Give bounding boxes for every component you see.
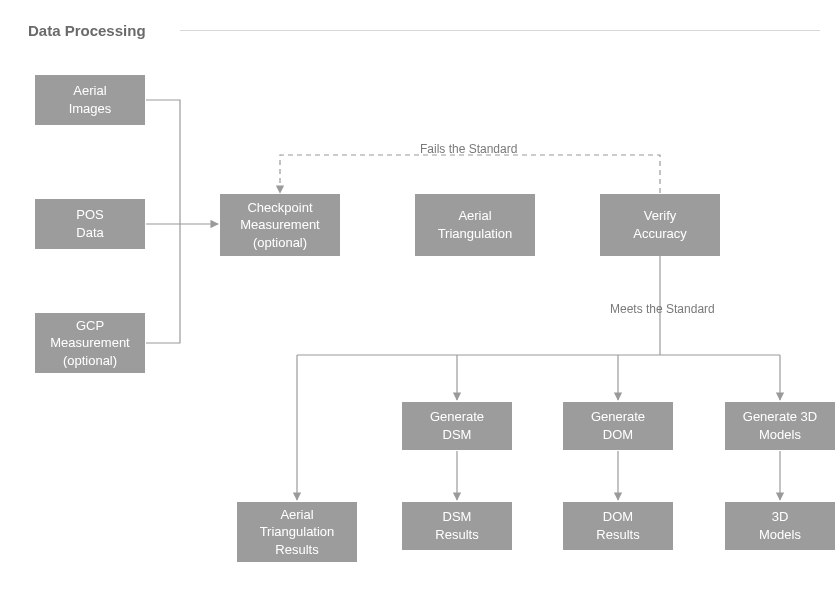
label-fails-standard: Fails the Standard — [420, 142, 517, 156]
section-title: Data Processing — [28, 22, 146, 39]
node-3d-models: 3DModels — [725, 502, 835, 550]
node-generate-dsm: GenerateDSM — [402, 402, 512, 450]
node-checkpoint-measurement: CheckpointMeasurement(optional) — [220, 194, 340, 256]
node-generate-dom: GenerateDOM — [563, 402, 673, 450]
label-meets-standard: Meets the Standard — [610, 302, 715, 316]
diagram-canvas: Data Processing — [0, 0, 840, 609]
title-rule — [180, 30, 820, 31]
node-aerial-triangulation: AerialTriangulation — [415, 194, 535, 256]
node-generate-3d-models: Generate 3DModels — [725, 402, 835, 450]
node-pos-data: POSData — [35, 199, 145, 249]
node-at-results: AerialTriangulationResults — [237, 502, 357, 562]
node-gcp-measurement: GCPMeasurement(optional) — [35, 313, 145, 373]
node-dom-results: DOMResults — [563, 502, 673, 550]
node-verify-accuracy: VerifyAccuracy — [600, 194, 720, 256]
node-dsm-results: DSMResults — [402, 502, 512, 550]
node-aerial-images: AerialImages — [35, 75, 145, 125]
